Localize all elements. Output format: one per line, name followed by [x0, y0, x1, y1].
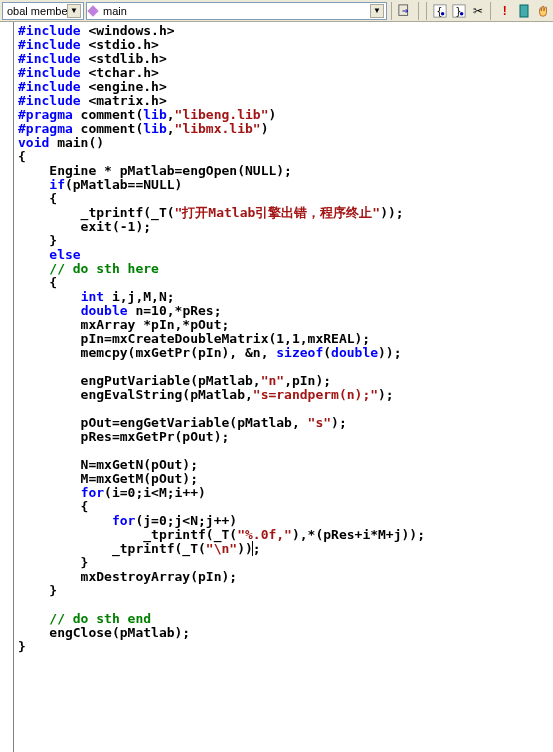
toolbar: obal members ▼ main ▼ { } ✂ !: [0, 0, 553, 22]
bookmark-icon[interactable]: [515, 2, 532, 20]
code-editor[interactable]: #include <windows.h> #include <stdio.h> …: [14, 22, 553, 752]
separator: [391, 2, 393, 20]
chevron-down-icon[interactable]: ▼: [67, 4, 81, 18]
svg-rect-7: [520, 5, 528, 17]
goto-icon[interactable]: [397, 2, 414, 20]
separator: [418, 2, 420, 20]
open-brace-icon[interactable]: {: [432, 2, 449, 20]
function-combo[interactable]: main ▼: [86, 2, 387, 20]
error-icon[interactable]: !: [496, 2, 513, 20]
close-brace-icon[interactable]: }: [451, 2, 468, 20]
hand-icon[interactable]: [534, 2, 551, 20]
function-icon: [87, 5, 98, 16]
gutter: [0, 22, 14, 752]
scope-combo[interactable]: obal members ▼: [2, 2, 84, 20]
cut-icon[interactable]: ✂: [469, 2, 486, 20]
function-combo-text: main: [101, 5, 370, 17]
separator: [490, 2, 492, 20]
separator: [426, 2, 428, 20]
svg-point-3: [441, 11, 445, 15]
svg-point-6: [460, 11, 464, 15]
editor-area: #include <windows.h> #include <stdio.h> …: [0, 22, 553, 752]
scope-combo-text: obal members: [5, 5, 67, 17]
chevron-down-icon[interactable]: ▼: [370, 4, 384, 18]
